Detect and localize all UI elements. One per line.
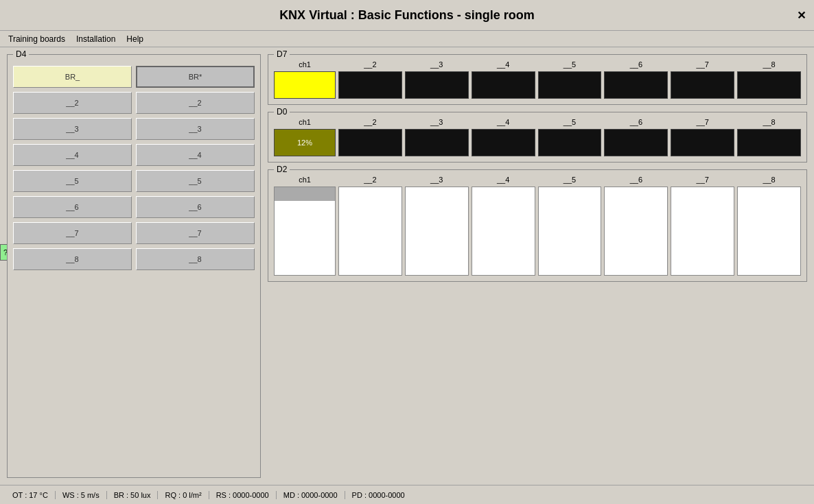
d2-ch5-header: __5 [538,176,602,184]
d4-btn-col2-8[interactable]: __8 [136,248,255,270]
d2-ch4-header: __4 [472,176,535,184]
d7-button-row [274,71,801,99]
panel-d7: D7 ch1 __2 __3 __4 __5 __6 __7 __8 [268,54,807,105]
d0-ch4-header: __4 [472,118,535,126]
d4-btn-col1-4[interactable]: __4 [13,144,132,166]
status-rs: RS : 0000-0000 [209,491,277,499]
panel-d0: D0 ch1 __2 __3 __4 __5 __6 __7 __8 12% [268,112,807,163]
d0-ch6-header: __6 [604,118,668,126]
menu-installation[interactable]: Installation [71,33,121,45]
d4-btn-col1-6[interactable]: __6 [13,196,132,218]
main-content: D4 BR_ BR* __2 __2 __3 __3 __4 __4 __5 _… [0,47,814,485]
d2-ch8-header: __8 [737,176,801,184]
d7-channel-headers: ch1 __2 __3 __4 __5 __6 __7 __8 [274,60,801,69]
status-pd: PD : 0000-0000 [345,491,412,499]
d2-ch4-blind[interactable] [472,187,535,276]
d0-ch2-header: __2 [338,118,402,126]
d2-ch8-blind[interactable] [737,187,801,276]
d4-btn-br[interactable]: BR_ [13,66,132,88]
d0-ch3-header: __3 [405,118,469,126]
d7-ch5-btn[interactable] [538,71,602,99]
d7-ch4-btn[interactable] [472,71,535,99]
status-ot: OT : 17 °C [5,491,56,499]
d2-blind-row [274,187,801,276]
d4-btn-col2-3[interactable]: __3 [136,118,255,140]
d7-ch2-header: __2 [338,60,402,69]
panel-d4-label: D4 [13,49,29,59]
d0-ch3-btn[interactable] [405,129,469,156]
menu-bar: Training boards Installation Help [0,31,814,47]
status-bar: OT : 17 °C WS : 5 m/s BR : 50 lux RQ : 0… [0,485,814,504]
d7-ch3-header: __3 [405,60,469,69]
d7-ch2-btn[interactable] [338,71,402,99]
d2-ch6-header: __6 [604,176,668,184]
panels-right: D7 ch1 __2 __3 __4 __5 __6 __7 __8 [268,54,807,478]
d7-ch1-btn[interactable] [274,71,336,99]
panel-d4: D4 BR_ BR* __2 __2 __3 __3 __4 __4 __5 _… [7,54,261,478]
d4-btn-col1-3[interactable]: __3 [13,118,132,140]
d7-ch6-btn[interactable] [604,71,668,99]
d0-ch1-header: ch1 [274,118,336,126]
d7-ch5-header: __5 [538,60,602,69]
close-button[interactable]: ✕ [797,9,806,22]
d7-ch1-header: ch1 [274,60,336,69]
d0-ch2-btn[interactable] [338,129,402,156]
panel-d2-label: D2 [274,165,290,174]
d2-channel-headers: ch1 __2 __3 __4 __5 __6 __7 __8 [274,176,801,184]
d0-ch8-header: __8 [737,118,801,126]
d4-btn-col2-4[interactable]: __4 [136,144,255,166]
d4-btn-col1-8[interactable]: __8 [13,248,132,270]
d0-ch5-header: __5 [538,118,602,126]
d7-ch3-btn[interactable] [405,71,469,99]
d2-ch1-header: ch1 [274,176,336,184]
d7-ch7-btn[interactable] [671,71,734,99]
d4-button-grid: BR_ BR* __2 __2 __3 __3 __4 __4 __5 __5 … [13,66,255,270]
d7-ch4-header: __4 [472,60,535,69]
d2-ch3-header: __3 [405,176,469,184]
d4-btn-col2-5[interactable]: __5 [136,170,255,192]
d7-ch8-header: __8 [737,60,801,69]
d0-button-row: 12% [274,129,801,156]
d0-ch7-header: __7 [671,118,734,126]
panel-d2: D2 ch1 __2 __3 __4 __5 __6 __7 __8 [268,169,807,282]
status-ws: WS : 5 m/s [56,491,107,499]
d4-btn-col1-2[interactable]: __2 [13,92,132,114]
d2-ch7-blind[interactable] [671,187,734,276]
d0-ch8-btn[interactable] [737,129,801,156]
d4-btn-br-star[interactable]: BR* [136,66,255,88]
window-title: KNX Virtual : Basic Functions - single r… [279,8,535,23]
d2-ch6-blind[interactable] [604,187,668,276]
d7-ch8-btn[interactable] [737,71,801,99]
d7-ch7-header: __7 [671,60,734,69]
d0-ch7-btn[interactable] [671,129,734,156]
d7-ch6-header: __6 [604,60,668,69]
status-rq: RQ : 0 l/m² [158,491,209,499]
status-br: BR : 50 lux [107,491,159,499]
d4-btn-col2-6[interactable]: __6 [136,196,255,218]
menu-training-boards[interactable]: Training boards [3,33,71,45]
d0-ch1-btn[interactable]: 12% [274,129,336,156]
d2-ch2-header: __2 [338,176,402,184]
d2-ch2-blind[interactable] [338,187,402,276]
status-md: MD : 0000-0000 [277,491,345,499]
d2-ch1-blind[interactable] [274,187,336,276]
panel-d7-label: D7 [274,49,290,59]
d2-ch7-header: __7 [671,176,734,184]
d4-btn-col2-7[interactable]: __7 [136,222,255,244]
d4-btn-col2-2[interactable]: __2 [136,92,255,114]
title-bar: KNX Virtual : Basic Functions - single r… [0,0,814,31]
d0-ch6-btn[interactable] [604,129,668,156]
d4-btn-col1-7[interactable]: __7 [13,222,132,244]
d0-ch4-btn[interactable] [472,129,535,156]
d0-ch5-btn[interactable] [538,129,602,156]
d2-ch1-shade [275,187,335,201]
d2-ch3-blind[interactable] [405,187,469,276]
menu-help[interactable]: Help [121,33,149,45]
d2-ch5-blind[interactable] [538,187,602,276]
d0-channel-headers: ch1 __2 __3 __4 __5 __6 __7 __8 [274,118,801,126]
panel-d0-label: D0 [274,107,290,117]
d4-btn-col1-5[interactable]: __5 [13,170,132,192]
